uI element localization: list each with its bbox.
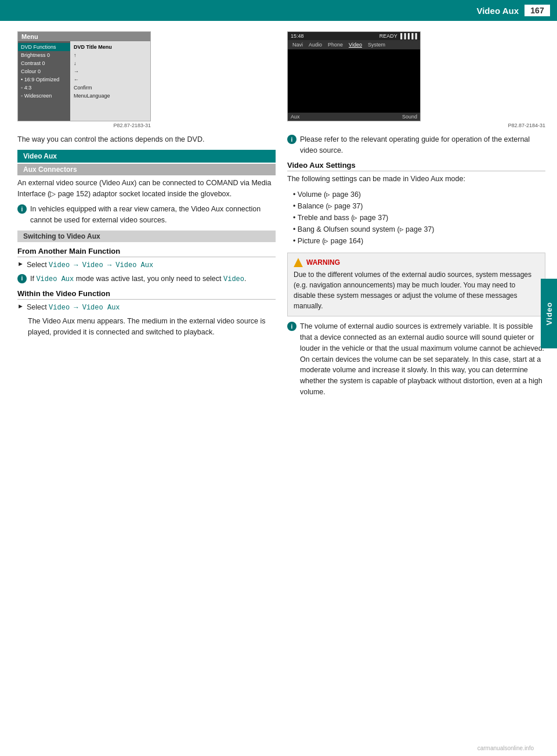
dvd-caption: P82.87-2183-31 [17, 121, 151, 128]
select-label-2: Select [27, 303, 49, 311]
info-text-2: If Video Aux mode was active last, you o… [30, 273, 247, 285]
images-row: Menu DVD Functions Brightness 0 Contrast… [17, 31, 276, 128]
nav-menu-video: Video [346, 41, 364, 48]
page-number: 167 [525, 5, 550, 16]
nav-menu-navi: Navi [290, 41, 305, 48]
select-text-1: Select Video → Video → Video Aux [27, 260, 153, 271]
dvd-left-panel: DVD Functions Brightness 0 Contrast 0 Co… [18, 41, 70, 121]
main-content: Menu DVD Functions Brightness 0 Contrast… [0, 21, 557, 408]
dvd-left-item-0: DVD Functions [18, 43, 70, 51]
info-icon-1: i [17, 204, 27, 214]
arrow-icon-1: ► [17, 260, 24, 267]
section-aux-connectors: Aux Connectors [17, 164, 276, 175]
info-text-refer: Please refer to the relevant operating g… [300, 134, 545, 156]
side-tab-label: Video [545, 302, 554, 325]
select-code-1: Video → Video → Video Aux [49, 261, 153, 269]
info-block-1: i In vehicles equipped with a rear view … [17, 204, 276, 226]
nav-status: READY ▐▐▐▐▐ [379, 33, 417, 39]
nav-black-area [288, 49, 420, 113]
dvd-right-item-6: MenuLanguage [73, 92, 148, 100]
dvd-left-item-4: • 16:9 Optimized [18, 75, 70, 84]
dvd-right-item-0: DVD Title Menu [73, 43, 148, 51]
nav-screenshot: 15:48 READY ▐▐▐▐▐ Navi Audio Phone Video… [287, 31, 421, 121]
nav-bottom-aux: Aux [291, 114, 300, 120]
dvd-right-panel: DVD Title Menu ↑ ↓ → ← Confirm MenuLangu… [70, 41, 150, 121]
dvd-right-item-1: ↑ [73, 51, 148, 59]
settings-item-2: Treble and bass (▹ page 37) [293, 212, 545, 224]
watermark: carmanualsonline.info [478, 745, 534, 751]
info-text-1: In vehicles equipped with a rear view ca… [30, 204, 276, 226]
subheading-settings: Video Aux Settings [287, 161, 545, 171]
select-code-2: Video → Video Aux [49, 304, 120, 312]
warning-text: Due to the different volumes of the exte… [294, 269, 539, 311]
dvd-right-item-3: → [73, 67, 148, 75]
nav-menu-system: System [366, 41, 388, 48]
info-text-volume: The volume of external audio sources is … [300, 321, 545, 397]
dvd-left-item-1: Brightness 0 [18, 51, 70, 59]
header-title: Video Aux [0, 6, 525, 16]
dvd-menu-header: Menu [18, 32, 150, 41]
settings-item-3: Bang & Olufsen sound system (▹ page 37) [293, 224, 545, 235]
warning-triangle-icon [294, 258, 303, 267]
warning-block: WARNING Due to the different volumes of … [287, 253, 545, 316]
info2-code: Video Aux [36, 275, 74, 283]
section-switching: Switching to Video Aux [17, 231, 276, 242]
aux-connectors-text: An external video source (Video Aux) can… [17, 178, 276, 200]
section-video-aux: Video Aux [17, 150, 276, 163]
select-label-1: Select [27, 261, 49, 269]
video-aux-menu-text: The Video Aux menu appears. The medium i… [28, 316, 276, 338]
dvd-screenshot: Menu DVD Functions Brightness 0 Contrast… [17, 31, 151, 128]
info2-part2: mode was active last, you only need to s… [74, 275, 223, 283]
info-block-volume: i The volume of external audio sources i… [287, 321, 545, 397]
settings-list: Volume (▹ page 36) Balance (▹ page 37) T… [287, 189, 545, 247]
nav-time: 15:48 [291, 33, 304, 39]
nav-caption: P82.87-2184-31 [287, 121, 545, 128]
settings-item-1: Balance (▹ page 37) [293, 200, 545, 212]
info-icon-volume: i [287, 322, 296, 331]
dvd-right-item-2: ↓ [73, 59, 148, 67]
info2-part1: If [30, 275, 36, 283]
info-icon-2: i [17, 274, 27, 283]
header-bar: Video Aux 167 [0, 0, 557, 21]
nav-menu-phone: Phone [325, 41, 345, 48]
dvd-left-item-3: Colour 0 [18, 67, 70, 75]
info-block-refer: i Please refer to the relevant operating… [287, 134, 545, 156]
nav-bottom-sound: Sound [402, 114, 417, 120]
warning-title: WARNING [306, 258, 340, 267]
subheading-from-another: From Another Main Function [17, 247, 276, 257]
arrow-icon-2: ► [17, 303, 24, 309]
dvd-left-item-6: ◦ Widescreen [18, 92, 70, 100]
dvd-menu-body: DVD Functions Brightness 0 Contrast 0 Co… [18, 41, 150, 121]
settings-intro: The following settings can be made in Vi… [287, 174, 545, 185]
dvd-left-item-2: Contrast 0 [18, 59, 70, 67]
nav-menu-audio: Audio [306, 41, 324, 48]
side-tab: Video [541, 279, 557, 348]
dvd-right-item-5: Confirm [73, 84, 148, 92]
info-block-2: i If Video Aux mode was active last, you… [17, 273, 276, 285]
info-icon-refer: i [287, 135, 296, 144]
settings-item-4: Picture (▹ page 164) [293, 235, 545, 247]
warning-header: WARNING [294, 258, 539, 267]
select-item-1: ► Select Video → Video → Video Aux [17, 260, 276, 271]
settings-item-0: Volume (▹ page 36) [293, 189, 545, 200]
dvd-left-item-5: ◦ 4:3 [18, 84, 70, 92]
nav-bottom-bar: Aux Sound [288, 113, 420, 121]
nav-menu-bar: Navi Audio Phone Video System [288, 40, 420, 49]
right-column: 15:48 READY ▐▐▐▐▐ Navi Audio Phone Video… [287, 31, 545, 402]
nav-screenshot-wrapper: 15:48 READY ▐▐▐▐▐ Navi Audio Phone Video… [287, 31, 545, 128]
select-text-2: Select Video → Video Aux [27, 302, 120, 313]
nav-top-bar: 15:48 READY ▐▐▐▐▐ [288, 32, 420, 40]
subheading-within-video: Within the Video Function [17, 289, 276, 300]
intro-text: The way you can control the actions depe… [17, 134, 276, 145]
dvd-right-item-4: ← [73, 75, 148, 84]
left-column: Menu DVD Functions Brightness 0 Contrast… [17, 31, 276, 402]
select-item-2: ► Select Video → Video Aux [17, 302, 276, 313]
info2-end: . [244, 275, 246, 283]
info2-code2: Video [223, 275, 244, 283]
